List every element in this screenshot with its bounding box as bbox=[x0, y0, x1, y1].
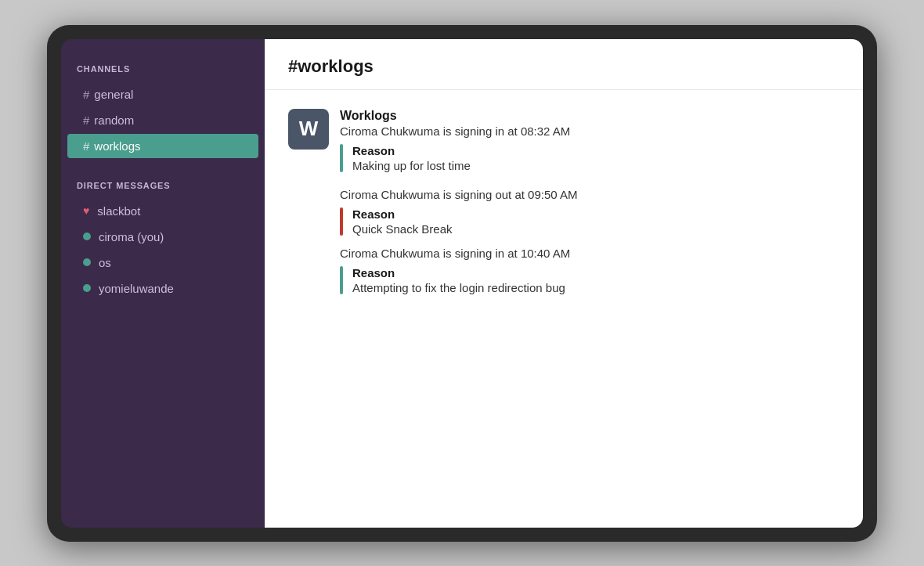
sidebar-item-general[interactable]: # general bbox=[67, 82, 258, 106]
message-content-1: Worklogs Ciroma Chukwuma is signing in a… bbox=[340, 109, 839, 183]
channel-name-random: random bbox=[94, 114, 134, 127]
reason-text-container-3: Reason Attempting to fix the login redir… bbox=[352, 266, 565, 294]
reason-bar-teal-1 bbox=[340, 144, 343, 172]
sidebar: CHANNELS # general # random # worklogs D… bbox=[61, 39, 265, 528]
dm-name-os: os bbox=[99, 256, 111, 269]
hash-icon-worklogs: # bbox=[83, 139, 89, 153]
message-sender: Worklogs bbox=[340, 109, 839, 123]
channels-section-label: CHANNELS bbox=[61, 64, 265, 74]
channel-title: #worklogs bbox=[288, 56, 374, 76]
channel-header: #worklogs bbox=[265, 39, 863, 90]
reason-text-container-2: Reason Quick Snack Break bbox=[352, 207, 453, 236]
dm-name-yomieluwande: yomieluwande bbox=[99, 282, 174, 295]
dm-name-slackbot: slackbot bbox=[97, 204, 140, 218]
reason-block-2: Reason Quick Snack Break bbox=[288, 207, 839, 236]
dm-item-slackbot[interactable]: ♥ slackbot bbox=[67, 199, 258, 223]
reason-bar-teal-3 bbox=[340, 266, 343, 294]
message-group-1: W Worklogs Ciroma Chukwuma is signing in… bbox=[288, 109, 839, 183]
dot-icon-ciroma bbox=[83, 233, 91, 240]
reason-value-2: Quick Snack Break bbox=[352, 222, 453, 236]
reason-label-2: Reason bbox=[352, 207, 453, 221]
reason-block-1: Reason Making up for lost time bbox=[340, 144, 839, 172]
reason-text-container-1: Reason Making up for lost time bbox=[352, 144, 471, 172]
dm-item-yomieluwande[interactable]: yomieluwande bbox=[67, 276, 258, 301]
hash-icon-general: # bbox=[83, 88, 89, 101]
app-container: CHANNELS # general # random # worklogs D… bbox=[61, 39, 863, 528]
messages-area[interactable]: W Worklogs Ciroma Chukwuma is signing in… bbox=[265, 90, 863, 528]
reason-label-3: Reason bbox=[352, 266, 565, 279]
reason-value-1: Making up for lost time bbox=[352, 159, 471, 172]
message-text-2: Ciroma Chukwuma is signing out at 09:50 … bbox=[288, 188, 839, 201]
dm-item-ciroma[interactable]: ciroma (you) bbox=[67, 225, 258, 249]
reason-value-3: Attempting to fix the login redirection … bbox=[352, 281, 565, 294]
message-text-3: Ciroma Chukwuma is signing in at 10:40 A… bbox=[288, 247, 839, 260]
device-frame: CHANNELS # general # random # worklogs D… bbox=[47, 25, 877, 542]
reason-label-1: Reason bbox=[352, 144, 471, 157]
dm-section-label: DIRECT MESSAGES bbox=[61, 181, 265, 190]
main-content: #worklogs W Worklogs Ciroma Chukwuma is … bbox=[265, 39, 863, 528]
channel-name-worklogs: worklogs bbox=[94, 139, 140, 153]
dm-item-os[interactable]: os bbox=[67, 251, 258, 275]
message-text-1: Ciroma Chukwuma is signing in at 08:32 A… bbox=[340, 124, 839, 138]
hash-icon-random: # bbox=[83, 114, 89, 127]
heart-icon-slackbot: ♥ bbox=[83, 204, 89, 217]
reason-bar-red-2 bbox=[340, 207, 343, 236]
sidebar-item-worklogs[interactable]: # worklogs bbox=[67, 134, 258, 158]
dm-name-ciroma: ciroma (you) bbox=[99, 230, 164, 243]
avatar: W bbox=[288, 109, 329, 150]
sidebar-divider bbox=[61, 159, 265, 181]
dot-icon-os bbox=[83, 258, 91, 266]
channel-name-general: general bbox=[94, 88, 133, 101]
dot-icon-yomieluwande bbox=[83, 284, 91, 292]
sidebar-item-random[interactable]: # random bbox=[67, 108, 258, 132]
reason-block-3: Reason Attempting to fix the login redir… bbox=[288, 266, 839, 294]
